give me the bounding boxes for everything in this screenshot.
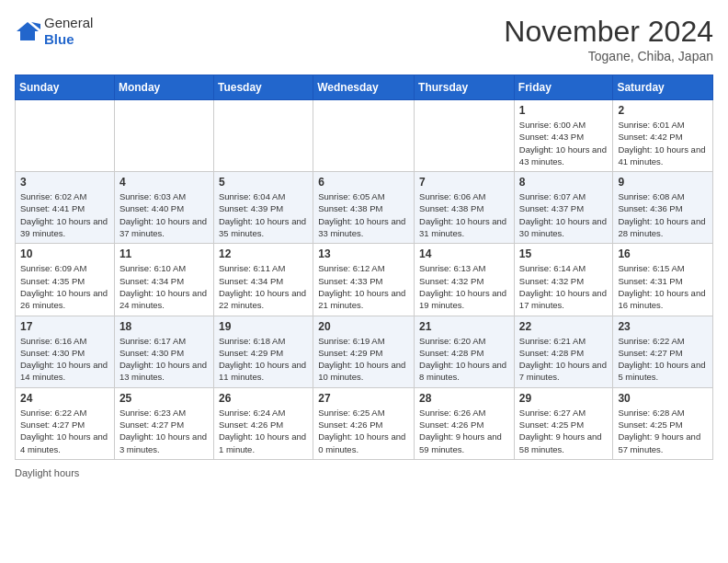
calendar-week-row: 17Sunrise: 6:16 AM Sunset: 4:30 PM Dayli… bbox=[16, 316, 713, 387]
day-number: 28 bbox=[419, 392, 509, 405]
location: Togane, Chiba, Japan bbox=[504, 49, 713, 63]
day-number: 11 bbox=[119, 247, 209, 260]
day-info: Sunrise: 6:05 AM Sunset: 4:38 PM Dayligh… bbox=[318, 190, 409, 239]
calendar-cell: 20Sunrise: 6:19 AM Sunset: 4:29 PM Dayli… bbox=[313, 316, 415, 387]
day-info: Sunrise: 6:23 AM Sunset: 4:27 PM Dayligh… bbox=[119, 407, 209, 455]
day-info: Sunrise: 6:06 AM Sunset: 4:38 PM Dayligh… bbox=[419, 190, 509, 239]
day-number: 29 bbox=[519, 392, 609, 405]
calendar-cell: 14Sunrise: 6:13 AM Sunset: 4:32 PM Dayli… bbox=[415, 244, 515, 316]
day-number: 30 bbox=[618, 392, 708, 405]
day-info: Sunrise: 6:26 AM Sunset: 4:26 PM Dayligh… bbox=[419, 407, 509, 455]
day-info: Sunrise: 6:18 AM Sunset: 4:29 PM Dayligh… bbox=[219, 335, 308, 384]
calendar-week-row: 1Sunrise: 6:00 AM Sunset: 4:43 PM Daylig… bbox=[16, 100, 713, 172]
calendar-cell: 13Sunrise: 6:12 AM Sunset: 4:33 PM Dayli… bbox=[313, 244, 415, 316]
page-header: General Blue November 2024 Togane, Chiba… bbox=[15, 15, 713, 63]
calendar-week-row: 10Sunrise: 6:09 AM Sunset: 4:35 PM Dayli… bbox=[16, 244, 713, 316]
day-info: Sunrise: 6:11 AM Sunset: 4:34 PM Dayligh… bbox=[219, 262, 308, 311]
calendar-cell: 9Sunrise: 6:08 AM Sunset: 4:36 PM Daylig… bbox=[613, 172, 713, 244]
calendar-cell: 1Sunrise: 6:00 AM Sunset: 4:43 PM Daylig… bbox=[514, 100, 613, 172]
calendar-cell: 24Sunrise: 6:22 AM Sunset: 4:27 PM Dayli… bbox=[16, 387, 115, 459]
day-info: Sunrise: 6:09 AM Sunset: 4:35 PM Dayligh… bbox=[20, 262, 109, 311]
day-info: Sunrise: 6:22 AM Sunset: 4:27 PM Dayligh… bbox=[618, 335, 708, 384]
calendar-table: SundayMondayTuesdayWednesdayThursdayFrid… bbox=[15, 75, 713, 460]
day-info: Sunrise: 6:04 AM Sunset: 4:39 PM Dayligh… bbox=[219, 190, 308, 239]
col-header-tuesday: Tuesday bbox=[213, 75, 313, 100]
calendar-cell bbox=[114, 100, 213, 172]
day-info: Sunrise: 6:08 AM Sunset: 4:36 PM Dayligh… bbox=[618, 190, 708, 239]
day-info: Sunrise: 6:02 AM Sunset: 4:41 PM Dayligh… bbox=[20, 190, 109, 239]
calendar-cell bbox=[313, 100, 415, 172]
day-info: Sunrise: 6:13 AM Sunset: 4:32 PM Dayligh… bbox=[419, 262, 509, 311]
calendar-cell: 28Sunrise: 6:26 AM Sunset: 4:26 PM Dayli… bbox=[415, 387, 515, 459]
calendar-cell bbox=[16, 100, 115, 172]
calendar-cell: 26Sunrise: 6:24 AM Sunset: 4:26 PM Dayli… bbox=[213, 387, 313, 459]
calendar-cell: 5Sunrise: 6:04 AM Sunset: 4:39 PM Daylig… bbox=[213, 172, 313, 244]
day-number: 15 bbox=[519, 247, 609, 260]
day-number: 5 bbox=[219, 176, 308, 189]
calendar-cell: 6Sunrise: 6:05 AM Sunset: 4:38 PM Daylig… bbox=[313, 172, 415, 244]
day-number: 13 bbox=[318, 247, 409, 260]
day-number: 7 bbox=[419, 176, 509, 189]
col-header-thursday: Thursday bbox=[415, 75, 515, 100]
col-header-sunday: Sunday bbox=[16, 75, 115, 100]
day-info: Sunrise: 6:10 AM Sunset: 4:34 PM Dayligh… bbox=[119, 262, 209, 311]
calendar-cell: 30Sunrise: 6:28 AM Sunset: 4:25 PM Dayli… bbox=[613, 387, 713, 459]
day-number: 16 bbox=[618, 247, 708, 260]
day-info: Sunrise: 6:19 AM Sunset: 4:29 PM Dayligh… bbox=[318, 335, 409, 384]
day-info: Sunrise: 6:20 AM Sunset: 4:28 PM Dayligh… bbox=[419, 335, 509, 384]
day-info: Sunrise: 6:24 AM Sunset: 4:26 PM Dayligh… bbox=[219, 407, 308, 455]
day-info: Sunrise: 6:07 AM Sunset: 4:37 PM Dayligh… bbox=[519, 190, 609, 239]
day-number: 26 bbox=[219, 392, 308, 405]
calendar-header-row: SundayMondayTuesdayWednesdayThursdayFrid… bbox=[16, 75, 713, 100]
day-info: Sunrise: 6:28 AM Sunset: 4:25 PM Dayligh… bbox=[618, 407, 708, 455]
day-number: 8 bbox=[519, 176, 609, 189]
calendar-cell: 16Sunrise: 6:15 AM Sunset: 4:31 PM Dayli… bbox=[613, 244, 713, 316]
calendar-week-row: 3Sunrise: 6:02 AM Sunset: 4:41 PM Daylig… bbox=[16, 172, 713, 244]
calendar-cell: 15Sunrise: 6:14 AM Sunset: 4:32 PM Dayli… bbox=[514, 244, 613, 316]
calendar-cell: 18Sunrise: 6:17 AM Sunset: 4:30 PM Dayli… bbox=[114, 316, 213, 387]
calendar-cell: 11Sunrise: 6:10 AM Sunset: 4:34 PM Dayli… bbox=[114, 244, 213, 316]
logo: General Blue bbox=[15, 15, 93, 48]
month-title: November 2024 bbox=[504, 15, 713, 49]
day-number: 24 bbox=[20, 392, 109, 405]
calendar-cell: 17Sunrise: 6:16 AM Sunset: 4:30 PM Dayli… bbox=[16, 316, 115, 387]
day-info: Sunrise: 6:16 AM Sunset: 4:30 PM Dayligh… bbox=[20, 335, 109, 384]
day-number: 9 bbox=[618, 176, 708, 189]
day-info: Sunrise: 6:21 AM Sunset: 4:28 PM Dayligh… bbox=[519, 335, 609, 384]
day-number: 18 bbox=[119, 320, 209, 333]
calendar-cell: 25Sunrise: 6:23 AM Sunset: 4:27 PM Dayli… bbox=[114, 387, 213, 459]
calendar-cell: 19Sunrise: 6:18 AM Sunset: 4:29 PM Dayli… bbox=[213, 316, 313, 387]
calendar-cell bbox=[213, 100, 313, 172]
calendar-cell bbox=[415, 100, 515, 172]
day-info: Sunrise: 6:12 AM Sunset: 4:33 PM Dayligh… bbox=[318, 262, 409, 311]
day-info: Sunrise: 6:15 AM Sunset: 4:31 PM Dayligh… bbox=[618, 262, 708, 311]
calendar-cell: 22Sunrise: 6:21 AM Sunset: 4:28 PM Dayli… bbox=[514, 316, 613, 387]
day-number: 10 bbox=[20, 247, 109, 260]
col-header-friday: Friday bbox=[514, 75, 613, 100]
calendar-cell: 27Sunrise: 6:25 AM Sunset: 4:26 PM Dayli… bbox=[313, 387, 415, 459]
day-number: 20 bbox=[318, 320, 409, 333]
day-number: 27 bbox=[318, 392, 409, 405]
day-number: 3 bbox=[20, 176, 109, 189]
day-number: 4 bbox=[119, 176, 209, 189]
day-number: 19 bbox=[219, 320, 308, 333]
calendar-cell: 23Sunrise: 6:22 AM Sunset: 4:27 PM Dayli… bbox=[613, 316, 713, 387]
col-header-wednesday: Wednesday bbox=[313, 75, 415, 100]
day-number: 21 bbox=[419, 320, 509, 333]
day-number: 1 bbox=[519, 104, 609, 117]
day-info: Sunrise: 6:03 AM Sunset: 4:40 PM Dayligh… bbox=[119, 190, 209, 239]
calendar-cell: 21Sunrise: 6:20 AM Sunset: 4:28 PM Dayli… bbox=[415, 316, 515, 387]
logo-icon bbox=[15, 18, 40, 44]
calendar-cell: 7Sunrise: 6:06 AM Sunset: 4:38 PM Daylig… bbox=[415, 172, 515, 244]
day-number: 22 bbox=[519, 320, 609, 333]
day-info: Sunrise: 6:14 AM Sunset: 4:32 PM Dayligh… bbox=[519, 262, 609, 311]
col-header-saturday: Saturday bbox=[613, 75, 713, 100]
col-header-monday: Monday bbox=[114, 75, 213, 100]
day-number: 14 bbox=[419, 247, 509, 260]
footer-note: Daylight hours bbox=[15, 467, 713, 478]
day-info: Sunrise: 6:22 AM Sunset: 4:27 PM Dayligh… bbox=[20, 407, 109, 455]
logo-text: General Blue bbox=[44, 15, 93, 48]
day-info: Sunrise: 6:00 AM Sunset: 4:43 PM Dayligh… bbox=[519, 119, 609, 167]
day-info: Sunrise: 6:01 AM Sunset: 4:42 PM Dayligh… bbox=[618, 119, 708, 167]
day-number: 23 bbox=[618, 320, 708, 333]
